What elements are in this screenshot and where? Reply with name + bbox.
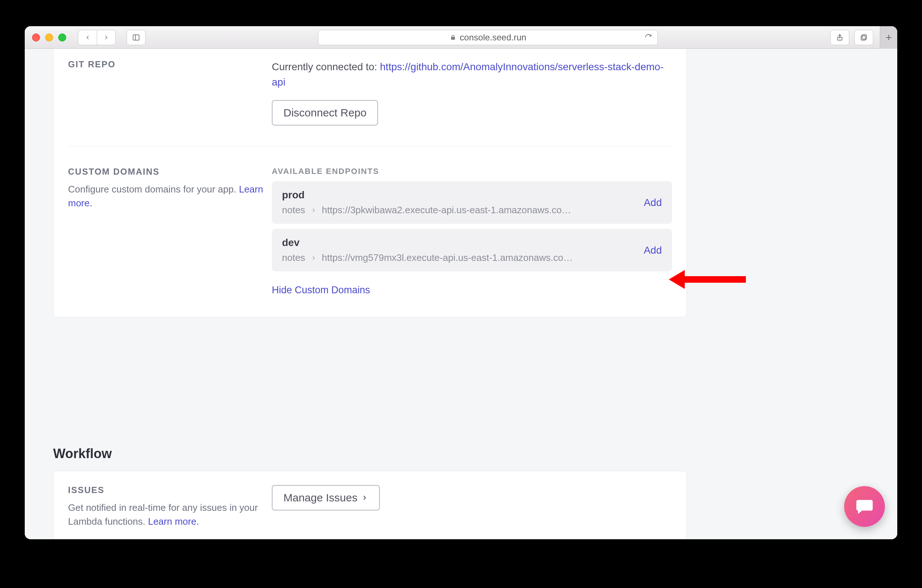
tabs-button[interactable] — [854, 30, 873, 45]
right-toolbar: + — [830, 26, 892, 49]
endpoint-url: https://vmg579mx3l.execute-api.us-east-1… — [322, 252, 635, 263]
custom-domains-desc: Configure custom domains for your app. L… — [68, 183, 272, 210]
new-tab-button[interactable]: + — [880, 26, 897, 49]
forward-button[interactable] — [97, 30, 116, 45]
endpoint-row: prod notes https://3pkwibawa2.execute-ap… — [272, 181, 672, 224]
settings-card: GIT REPO Currently connected to: https:/… — [53, 49, 687, 317]
endpoint-name: prod — [282, 189, 635, 201]
svg-rect-4 — [861, 36, 866, 40]
issues-section: ISSUES Get notified in real-time for any… — [68, 485, 672, 528]
workflow-card: ISSUES Get notified in real-time for any… — [53, 471, 687, 539]
custom-domains-section: CUSTOM DOMAINS Configure custom domains … — [68, 146, 672, 296]
endpoint-add-button[interactable]: Add — [644, 197, 662, 209]
endpoint-row: dev notes https://vmg579mx3l.execute-api… — [272, 229, 672, 271]
chat-icon — [855, 497, 875, 516]
share-button[interactable] — [830, 30, 849, 45]
git-repo-title: GIT REPO — [68, 59, 272, 70]
endpoint-stack: notes — [282, 204, 305, 216]
lock-icon — [450, 34, 456, 41]
endpoint-add-button[interactable]: Add — [644, 245, 662, 256]
workflow-section-wrapper: Workflow ISSUES Get notified in real-tim… — [53, 425, 687, 539]
address-bar-domain: console.seed.run — [460, 33, 526, 42]
custom-domains-title: CUSTOM DOMAINS — [68, 167, 272, 177]
browser-window: console.seed.run + GIT REPO — [25, 26, 897, 539]
svg-rect-3 — [862, 34, 866, 39]
git-repo-connected-text: Currently connected to: https://github.c… — [272, 59, 672, 90]
manage-issues-label: Manage Issues — [283, 492, 357, 504]
sidebar-toggle-button[interactable] — [127, 30, 145, 45]
chevron-right-icon — [361, 494, 368, 501]
endpoint-stack: notes — [282, 252, 305, 263]
window-close-button[interactable] — [32, 33, 40, 41]
back-button[interactable] — [78, 30, 97, 45]
window-minimize-button[interactable] — [45, 33, 53, 41]
chat-widget-button[interactable] — [844, 486, 885, 527]
browser-titlebar: console.seed.run + — [25, 26, 897, 49]
hide-custom-domains-link[interactable]: Hide Custom Domains — [272, 284, 370, 296]
custom-domains-desc-text: Configure custom domains for your app. — [68, 184, 239, 195]
chevron-right-icon — [311, 255, 317, 261]
address-bar[interactable]: console.seed.run — [318, 30, 658, 45]
git-repo-prefix: Currently connected to: — [272, 61, 380, 72]
svg-rect-0 — [133, 34, 139, 40]
reload-button[interactable] — [644, 33, 652, 41]
disconnect-repo-button[interactable]: Disconnect Repo — [272, 100, 378, 126]
traffic-lights — [30, 33, 66, 41]
chevron-right-icon — [311, 207, 317, 214]
endpoint-name: dev — [282, 237, 635, 248]
issues-learn-more-link[interactable]: Learn more. — [148, 516, 199, 527]
issues-desc: Get notified in real-time for any issues… — [68, 501, 272, 528]
workflow-heading: Workflow — [53, 446, 687, 461]
window-zoom-button[interactable] — [58, 33, 66, 41]
page-viewport: GIT REPO Currently connected to: https:/… — [25, 49, 897, 539]
git-repo-section: GIT REPO Currently connected to: https:/… — [68, 59, 672, 126]
issues-title: ISSUES — [68, 485, 272, 495]
available-endpoints-heading: AVAILABLE ENDPOINTS — [272, 167, 672, 176]
manage-issues-button[interactable]: Manage Issues — [272, 485, 380, 511]
endpoint-url: https://3pkwibawa2.execute-api.us-east-1… — [322, 204, 635, 216]
nav-buttons — [78, 30, 116, 45]
